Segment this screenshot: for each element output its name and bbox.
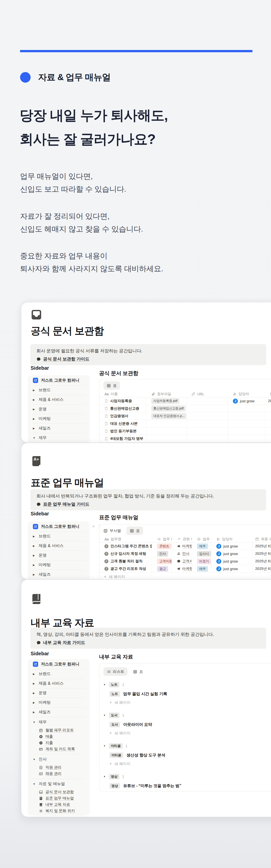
sidebar-item-marketing[interactable]: ▶마케팅: [33, 560, 84, 569]
list-item[interactable]: 영상유튜브 - “미루는 것을 멈추는 법”: [109, 783, 271, 788]
sidebar-item-expense[interactable]: 지출: [33, 740, 84, 746]
guide-link[interactable]: 공식 문서 보관함 가이드: [43, 356, 89, 362]
column-cycle[interactable]: 업무 주기: [192, 537, 211, 541]
sidebar-item-ops[interactable]: ▶운영: [33, 688, 84, 698]
tab-list-view[interactable]: 리스트: [103, 667, 128, 676]
sidebar-item-sales[interactable]: ▶세일즈: [33, 569, 84, 579]
relation-link[interactable]: 고객지원: [177, 559, 192, 564]
file-chip[interactable]: 통신판매업신고증.pdf: [151, 406, 186, 411]
sidebar-item-finance[interactable]: ▼재무: [33, 717, 84, 727]
list-item[interactable]: 도서아웃라이어 요약: [109, 722, 271, 727]
table-row[interactable]: i신규 입사자 계정 세팅 인사 인사 입사시 Jjust grow 2025년…: [99, 550, 271, 558]
column-updated[interactable]: [265, 392, 271, 396]
intro-paragraph-2: 자료가 잘 정리되어 있다면, 신입도 헤매지 않고 찾을 수 있습니다.: [20, 210, 143, 235]
page-title-line1: 당장 내일 누가 퇴사해도,: [20, 103, 168, 127]
column-dept[interactable]: 관련 부서: [172, 537, 192, 541]
table-row[interactable]: i인스타그램 주간 콘텐츠 업로드 콘텐츠 마케팅 매주 Jjust grow …: [99, 542, 271, 550]
speech-bubble-icon: [36, 502, 41, 506]
callout: 회사 운영에 필요한 공식 서류를 저장하는 공간입니다. 공식 문서 보관함 …: [30, 344, 266, 365]
sidebar-item-brand[interactable]: ▶브랜드: [33, 531, 84, 541]
sidebar-item-monthly-finance-report[interactable]: 월별 재무 리포트: [33, 727, 84, 733]
column-file[interactable]: 첨부파일: [146, 392, 187, 396]
guide-link[interactable]: 표준 업무 매뉴얼 가이드: [43, 501, 89, 507]
book-icon: [39, 803, 43, 807]
table-row[interactable]: i광고 주간 리포트 작성 광고 마케팅 매주 Jjust grow 2025년…: [99, 565, 271, 572]
text-property-icon: Aa: [104, 537, 109, 541]
new-page-button[interactable]: +새 페이지: [99, 572, 271, 580]
chevron-down-icon: ▼: [33, 783, 36, 785]
chevron-down-icon: ▼: [103, 683, 106, 686]
sidebar-item-accounts-cards[interactable]: 계좌 및 카드 목록: [33, 746, 84, 752]
column-name[interactable]: Aa이름: [99, 392, 146, 396]
sidebar-item-brand[interactable]: ▶브랜드: [33, 385, 84, 395]
sidebar-item-employee-management[interactable]: 직원 관리: [33, 764, 84, 771]
column-updated[interactable]: 최종 수정일: [252, 537, 271, 541]
sidebar-item-education-materials[interactable]: 내부 교육 자료: [33, 801, 84, 808]
accent-divider-bar: [20, 50, 252, 52]
tab-table-view[interactable]: 표: [103, 381, 120, 390]
table-row[interactable]: 통신판매업신고증 통신판매업신고증.pdf: [99, 405, 271, 412]
column-owner[interactable]: 담당자: [211, 537, 252, 541]
sidebar-item-docs-manuals[interactable]: ▼자료 및 매뉴얼: [33, 779, 84, 789]
sidebar-item-welfare-culture-wiki[interactable]: 복지 및 문화 위키: [33, 808, 84, 814]
table-row[interactable]: i고객 환불 처리 절차 고객지원 고객지원 비정기 Jjust grow 20…: [99, 558, 271, 565]
item-tag: 아티클: [109, 752, 123, 758]
group-header[interactable]: ▼아티클1: [103, 743, 271, 749]
sidebar-item-revenue[interactable]: 매출: [33, 733, 84, 740]
plus-icon[interactable]: +: [92, 524, 95, 529]
file-chip[interactable]: 대표자 인감증명서.p...: [151, 413, 187, 419]
list-item[interactable]: 노트업무 몰입 시간 실험 기록: [109, 691, 271, 697]
sidebar-item-product[interactable]: ▶제품 & 서비스: [33, 541, 84, 551]
new-page-button[interactable]: +새 페이지: [109, 731, 271, 736]
tab-table-view[interactable]: 표: [127, 526, 143, 535]
sidebar-item-brand[interactable]: ▶브랜드: [33, 669, 84, 679]
new-page-button[interactable]: +새 페이지: [109, 761, 271, 766]
sidebar-item-recruiting-management[interactable]: 채용 관리: [33, 771, 84, 777]
table-row[interactable]: 사업자등록증 사업자등록증.pdf Jjust grow 2025년 6월 23: [99, 397, 271, 405]
sidebar-item-marketing[interactable]: ▶마케팅: [33, 414, 84, 424]
chevron-down-icon: ▼: [103, 775, 106, 778]
sidebar-item-finance[interactable]: ▼재무: [33, 433, 84, 442]
group-header[interactable]: ▼영상1: [103, 774, 271, 779]
accent-dot-icon: [20, 72, 31, 83]
sidebar-item-workspace[interactable]: 저스트 그로우 컴퍼니: [33, 521, 84, 531]
relation-link[interactable]: 인사: [177, 551, 190, 556]
relation-link[interactable]: 마케팅: [177, 544, 192, 549]
sidebar-item-database[interactable]: ▶데이터베이스: [33, 816, 84, 817]
table-row[interactable]: 법인 등기부등본: [99, 428, 271, 435]
list-item[interactable]: 아티클생산성 향상 도구 분석: [109, 752, 271, 758]
section-kicker: 자료 & 업무 매뉴얼: [20, 71, 110, 83]
group-header[interactable]: ▼노트1: [103, 682, 271, 687]
sidebar-item-workspace[interactable]: 저스트 그로우 컴퍼니: [33, 659, 84, 669]
column-owner[interactable]: 담당자: [228, 392, 265, 396]
file-chip[interactable]: 사업자등록증.pdf: [151, 398, 179, 404]
tab-table-view[interactable]: 표: [133, 669, 143, 674]
sidebar-item-ops[interactable]: ▶운영: [33, 404, 84, 414]
tag: 비정기: [197, 559, 211, 564]
sidebar-item-product[interactable]: ▶제품 & 서비스: [33, 679, 84, 688]
paragraph-line: 신입도 헤매지 않고 찾을 수 있습니다.: [20, 222, 143, 235]
sidebar-item-ops[interactable]: ▶운영: [33, 551, 84, 560]
table-row[interactable]: 4대보험 가입자 명부: [99, 435, 271, 442]
table-row[interactable]: 대표 신분증 사본: [99, 420, 271, 428]
group-header[interactable]: ▼도서1: [103, 713, 271, 718]
avatar: J: [216, 551, 221, 556]
sidebar-item-official-docs[interactable]: 공식 문서 보관함: [33, 789, 84, 795]
column-name[interactable]: Aa업무명: [99, 537, 152, 541]
sidebar-item-hr[interactable]: ▼인사: [33, 754, 84, 764]
relation-link[interactable]: 마케팅: [177, 566, 192, 571]
tab-board-view[interactable]: 부서별: [103, 528, 121, 533]
new-page-button[interactable]: +새 페이지: [109, 700, 271, 705]
card-work-manual: A+ 표준 업무 매뉴얼 회사 내에서 반복되거나 구조화된 업무 절차, 협업…: [21, 443, 271, 580]
column-area[interactable]: 업무 분야: [152, 537, 172, 541]
sidebar-item-product[interactable]: ▶제품 & 서비스: [33, 395, 84, 404]
sidebar-item-sales[interactable]: ▶세일즈: [33, 424, 84, 433]
sidebar-item-work-manual[interactable]: A+표준 업무 매뉴얼: [33, 795, 84, 801]
column-url[interactable]: URL: [187, 392, 228, 396]
group-tag: 영상: [109, 774, 120, 779]
sidebar-item-sales[interactable]: ▶세일즈: [33, 707, 84, 717]
table-row[interactable]: 인감증명서 대표자 인감증명서.p...: [99, 412, 271, 420]
sidebar-item-workspace[interactable]: 저스트 그로우 컴퍼니: [33, 375, 84, 385]
sidebar-item-marketing[interactable]: ▶마케팅: [33, 698, 84, 707]
guide-link[interactable]: 내부 교육 자료 가이드: [43, 640, 85, 646]
